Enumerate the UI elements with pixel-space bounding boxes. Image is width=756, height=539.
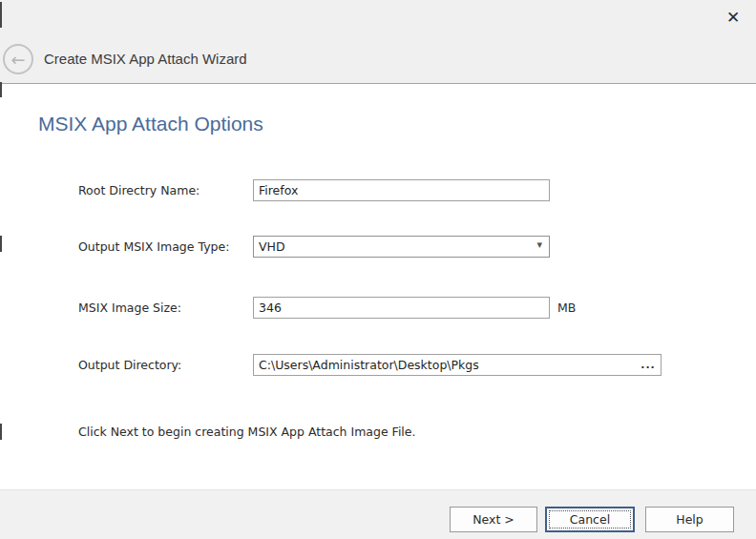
ellipsis-icon: ... xyxy=(640,359,656,371)
root-directory-name-label: Root Directry Name: xyxy=(78,183,200,197)
root-directory-name-input[interactable] xyxy=(253,179,550,201)
close-button[interactable]: ✕ xyxy=(722,6,745,29)
output-image-type-value: VHD xyxy=(259,239,285,254)
wizard-title: Create MSIX App Attach Wizard xyxy=(44,51,247,67)
wizard-header: ← Create MSIX App Attach Wizard ✕ xyxy=(0,0,756,84)
output-image-type-label: Output MSIX Image Type: xyxy=(78,239,229,254)
output-image-type-select[interactable]: VHD ▾ xyxy=(253,236,550,258)
image-size-input[interactable] xyxy=(253,297,550,319)
output-directory-label: Output Directory: xyxy=(78,358,181,372)
image-size-label: MSIX Image Size: xyxy=(78,301,181,315)
output-directory-input[interactable] xyxy=(253,354,662,376)
image-size-unit-label: MB xyxy=(557,301,576,315)
page-title: MSIX App Attach Options xyxy=(38,113,263,135)
wizard-window: ← Create MSIX App Attach Wizard ✕ MSIX A… xyxy=(0,0,756,539)
browse-button[interactable]: ... xyxy=(637,356,660,374)
window-edge-artifact xyxy=(0,82,2,97)
back-arrow-icon: ← xyxy=(10,50,25,70)
window-edge-artifact xyxy=(0,236,2,252)
close-icon: ✕ xyxy=(726,8,740,27)
wizard-footer: Next > Cancel Help xyxy=(0,489,756,539)
window-edge-artifact xyxy=(0,424,2,440)
next-instruction-text: Click Next to begin creating MSIX App At… xyxy=(78,425,416,439)
window-edge-artifact xyxy=(0,2,2,28)
cancel-button[interactable]: Cancel xyxy=(545,507,635,532)
back-button[interactable]: ← xyxy=(3,44,33,74)
help-button[interactable]: Help xyxy=(645,507,734,532)
next-button[interactable]: Next > xyxy=(450,507,537,532)
chevron-down-icon: ▾ xyxy=(536,238,542,251)
